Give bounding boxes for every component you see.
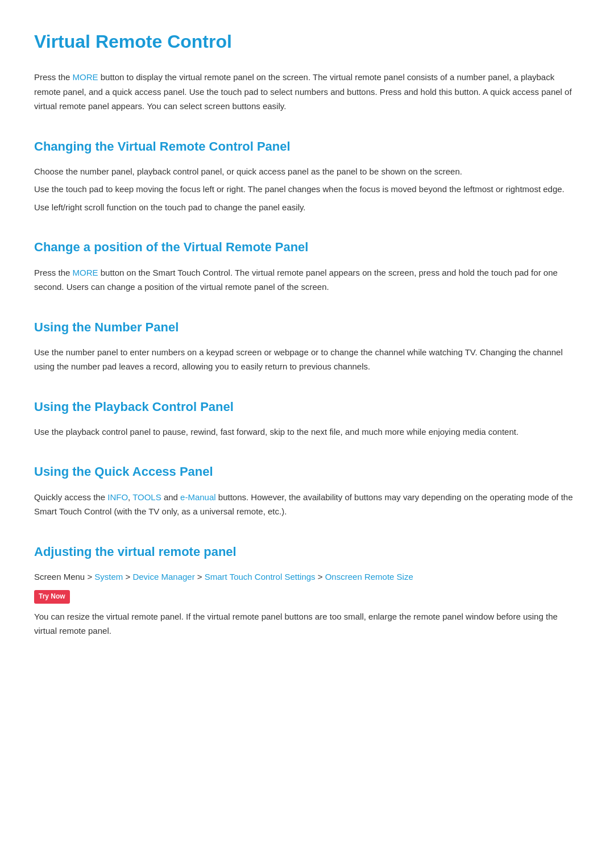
section-body-number-panel: Use the number panel to enter numbers on…	[34, 345, 580, 374]
section-title-quick-access: Using the Quick Access Panel	[34, 462, 580, 481]
section-body-playback-panel: Use the playback control panel to pause,…	[34, 425, 580, 439]
section-body-adjusting: You can resize the virtual remote panel.…	[34, 609, 580, 638]
info-highlight: INFO	[107, 492, 128, 502]
try-now-badge[interactable]: Try Now	[34, 590, 70, 603]
section-number-panel: Using the Number Panel Use the number pa…	[34, 317, 580, 374]
para-quick-1: Quickly access the INFO, TOOLS and e-Man…	[34, 490, 580, 519]
section-title-playback-panel: Using the Playback Control Panel	[34, 397, 580, 417]
section-change-position: Change a position of the Virtual Remote …	[34, 237, 580, 294]
section-body-change-position: Press the MORE button on the Smart Touch…	[34, 265, 580, 294]
section-playback-panel: Using the Playback Control Panel Use the…	[34, 397, 580, 439]
emanual-highlight: e-Manual	[180, 492, 216, 502]
para-position-1: Press the MORE button on the Smart Touch…	[34, 265, 580, 294]
tools-highlight: TOOLS	[132, 492, 161, 502]
intro-paragraph: Press the MORE button to display the vir…	[34, 70, 580, 114]
page-title: Virtual Remote Control	[34, 27, 580, 56]
more-highlight-position: MORE	[73, 268, 98, 277]
section-title-adjusting: Adjusting the virtual remote panel	[34, 542, 580, 562]
section-title-changing-panel: Changing the Virtual Remote Control Pane…	[34, 136, 580, 156]
breadcrumb-onscreen-remote-size[interactable]: Onscreen Remote Size	[325, 572, 413, 582]
breadcrumb-system[interactable]: System	[94, 572, 123, 582]
section-title-number-panel: Using the Number Panel	[34, 317, 580, 337]
section-adjusting: Adjusting the virtual remote panel Scree…	[34, 542, 580, 638]
para-adjusting-1: You can resize the virtual remote panel.…	[34, 609, 580, 638]
para-changing-2: Use the touch pad to keep moving the foc…	[34, 182, 580, 197]
breadcrumb: Screen Menu > System > Device Manager > …	[34, 570, 580, 584]
breadcrumb-smart-touch[interactable]: Smart Touch Control Settings	[205, 572, 316, 582]
para-number-1: Use the number panel to enter numbers on…	[34, 345, 580, 374]
para-changing-3: Use left/right scroll function on the to…	[34, 200, 580, 215]
para-playback-1: Use the playback control panel to pause,…	[34, 425, 580, 439]
section-quick-access: Using the Quick Access Panel Quickly acc…	[34, 462, 580, 518]
para-changing-1: Choose the number panel, playback contro…	[34, 164, 580, 179]
breadcrumb-device-manager[interactable]: Device Manager	[132, 572, 194, 582]
section-title-change-position: Change a position of the Virtual Remote …	[34, 237, 580, 257]
section-changing-panel: Changing the Virtual Remote Control Pane…	[34, 136, 580, 215]
section-body-changing-panel: Choose the number panel, playback contro…	[34, 164, 580, 215]
more-highlight-intro: MORE	[73, 72, 98, 82]
section-body-quick-access: Quickly access the INFO, TOOLS and e-Man…	[34, 490, 580, 519]
